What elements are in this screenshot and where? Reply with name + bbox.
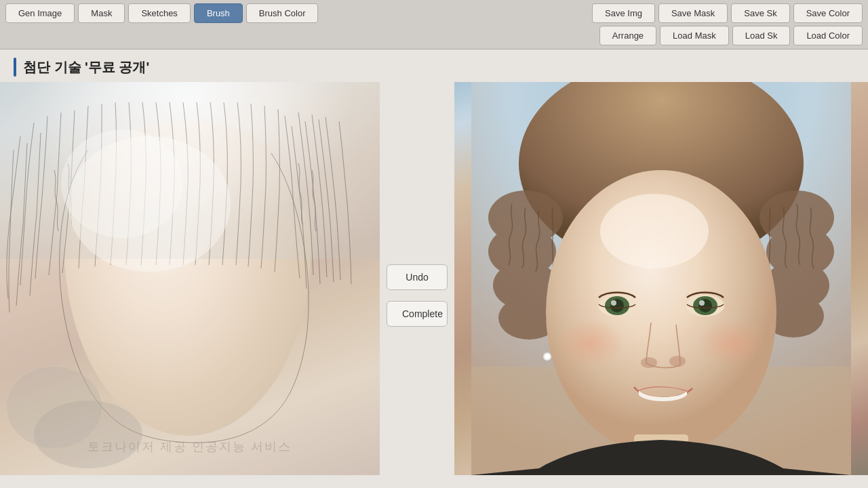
svg-point-20	[611, 300, 616, 306]
left-canvas-panel[interactable]: 토크나이저 제공 인공지능 서비스	[0, 82, 380, 475]
load-color-button[interactable]: Load Color	[793, 26, 863, 45]
svg-point-28	[698, 319, 766, 367]
main-content: 토크나이저 제공 인공지능 서비스 Undo Complete	[0, 82, 868, 488]
svg-point-24	[699, 300, 705, 306]
load-mask-button[interactable]: Load Mask	[660, 26, 729, 45]
right-result-panel: 인공지능 서비스 인공지능 서비스	[454, 82, 868, 475]
heading-area: 첨단 기술 '무료 공개'	[0, 49, 868, 82]
svg-point-3	[61, 129, 183, 238]
save-color-button[interactable]: Save Color	[793, 3, 863, 23]
left-face-container: 토크나이저 제공 인공지능 서비스	[0, 82, 380, 475]
brush-button[interactable]: Brush	[194, 3, 243, 23]
svg-point-25	[641, 357, 657, 368]
gen-image-button[interactable]: Gen Image	[5, 3, 75, 23]
svg-point-27	[556, 319, 624, 367]
page-title: 첨단 기술 '무료 공개'	[23, 58, 149, 77]
complete-button[interactable]: Complete	[387, 301, 448, 327]
svg-point-16	[600, 194, 709, 268]
toolbar-row1: Gen Image Mask Sketches Brush Brush Colo…	[5, 3, 863, 23]
save-sk-button[interactable]: Save Sk	[731, 3, 789, 23]
mask-button[interactable]: Mask	[78, 3, 125, 23]
svg-point-1	[34, 401, 142, 468]
svg-point-26	[669, 356, 686, 367]
toolbar-row2: Arrange Load Mask Load Sk Load Color	[5, 26, 863, 45]
toolbar-right-save-buttons: Save Img Save Mask Save Sk Save Color	[592, 3, 863, 23]
toolbar-right-load-buttons: Arrange Load Mask Load Sk Load Color	[599, 26, 863, 45]
heading-bar-icon	[14, 58, 16, 77]
center-controls-panel: Undo Complete	[380, 82, 454, 488]
right-face-container: 인공지능 서비스 인공지능 서비스	[454, 82, 868, 475]
toolbar-left-buttons: Gen Image Mask Sketches Brush Brush Colo…	[5, 3, 318, 23]
toolbar: Gen Image Mask Sketches Brush Brush Colo…	[0, 0, 868, 49]
sketch-lines-svg	[0, 82, 380, 475]
brush-color-button[interactable]: Brush Color	[246, 3, 319, 23]
svg-point-30	[545, 354, 550, 359]
load-sk-button[interactable]: Load Sk	[732, 26, 791, 45]
arrange-button[interactable]: Arrange	[599, 26, 656, 45]
sketches-button[interactable]: Sketches	[128, 3, 190, 23]
undo-button[interactable]: Undo	[387, 264, 448, 290]
right-face-svg: 인공지능 서비스	[454, 82, 868, 475]
save-img-button[interactable]: Save Img	[592, 3, 655, 23]
save-mask-button[interactable]: Save Mask	[658, 3, 728, 23]
